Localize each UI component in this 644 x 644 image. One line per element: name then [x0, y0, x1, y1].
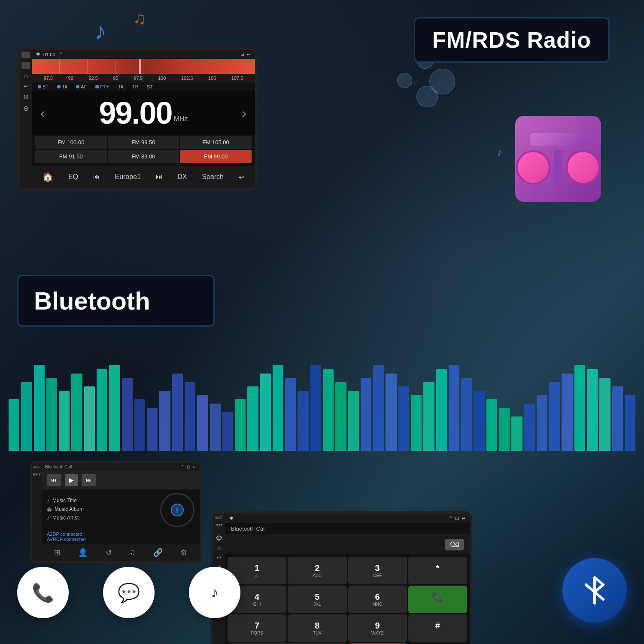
tick-8: [227, 59, 255, 74]
eq-bar-39: [486, 399, 497, 451]
eq-bar-40: [499, 408, 510, 451]
eq-btn[interactable]: EQ: [64, 170, 82, 183]
dial-2[interactable]: 2ABC: [288, 557, 346, 584]
boombox-speaker-left: [516, 150, 550, 185]
preset-fm100[interactable]: FM 100.00: [35, 136, 107, 149]
eq-bar-22: [273, 365, 283, 451]
preset-fm99-50[interactable]: FM 99.50: [108, 136, 179, 149]
phone-mic-icon: MIC: [216, 516, 223, 520]
europe1-btn[interactable]: Europe1: [110, 170, 145, 183]
bt-nav-link[interactable]: 🔗: [153, 548, 163, 557]
preset-fm99-active[interactable]: FM 99.00: [180, 150, 252, 163]
dial-3[interactable]: 3DEF: [348, 557, 407, 584]
freq-value-container: 99.00MHz: [99, 95, 188, 131]
bluetooth-badge: Bluetooth: [17, 275, 215, 327]
eq-bar-44: [549, 382, 560, 451]
dial-8[interactable]: 8TUV: [288, 614, 346, 642]
bluetooth-circle-icon[interactable]: [562, 558, 627, 623]
bt-nav-music[interactable]: ♫: [130, 548, 136, 557]
bt-nav-recent[interactable]: ↺: [106, 548, 112, 557]
bt-disc-visual: ᛒ: [160, 493, 194, 527]
freq-95: 95: [113, 76, 118, 81]
af-text: AF: [81, 84, 87, 89]
fm-badge-text: FM/RDS Radio: [432, 27, 591, 52]
eq-bar-26: [323, 369, 334, 451]
bt-next-btn[interactable]: ⏭: [82, 474, 96, 486]
status-bt-icon: ✱: [36, 52, 40, 57]
scale-ticks: [32, 59, 255, 74]
bt-status-icons: ⌃ ⊡ ↩: [181, 465, 196, 469]
dialpad-keypad: 1○.. 2ABC 3DEF * 4GHI 5JKL 6MNO 📞 7PQRS …: [225, 554, 470, 644]
back-btn[interactable]: ↩: [234, 170, 249, 184]
phone-home-icon[interactable]: ⌂: [217, 544, 221, 551]
freq-87: 87.5: [44, 76, 53, 81]
bt-album-name: Music Album: [55, 506, 84, 512]
preset-fm91[interactable]: FM 91.50: [35, 150, 107, 163]
tick-2: [60, 59, 88, 74]
tick-7: [199, 59, 227, 74]
eq-bar-9: [109, 365, 120, 451]
bt-person-icon: ♪: [47, 514, 50, 521]
bt-nav-contacts[interactable]: 👤: [78, 548, 88, 557]
status-window-icon: ⊡: [240, 52, 244, 57]
dial-9[interactable]: 9WXYZ: [348, 614, 407, 642]
bt-bluetooth-symbol: ᛒ: [176, 507, 179, 513]
eq-bar-48: [599, 378, 610, 451]
eq-bar-49: [612, 386, 623, 451]
bt-prev-btn[interactable]: ⏮: [47, 474, 61, 486]
dial-6[interactable]: 6MNO: [348, 586, 407, 613]
minus-side-icon[interactable]: ⊖: [23, 104, 29, 112]
back-side-icon[interactable]: ↩: [24, 83, 28, 89]
add-side-icon[interactable]: ⊕: [23, 93, 29, 101]
fm-radio-screen: ⌂ ↩ ⊕ ⊖ ✱ 01:00 ⌃ ⊡ ↩: [17, 47, 258, 191]
boombox-speaker-right: [566, 150, 600, 185]
bluetooth-svg: [577, 573, 612, 608]
phone-power-icon[interactable]: ⏻: [216, 534, 222, 541]
scale-cursor: [139, 59, 141, 74]
bt-play-btn[interactable]: ▶: [65, 474, 78, 486]
freq-next-btn[interactable]: ›: [242, 105, 246, 121]
phone-win-icon: ⊡: [455, 516, 459, 521]
bubble-3: [416, 86, 438, 107]
tick-6: [171, 59, 199, 74]
dial-5[interactable]: 5JKL: [288, 586, 346, 613]
eq-bar-8: [97, 369, 107, 451]
music-circle-btn[interactable]: ♪: [189, 567, 240, 618]
message-circle-btn[interactable]: 💬: [103, 567, 155, 618]
status-back-icon: ↩: [247, 52, 251, 57]
phone-back-icon[interactable]: ↩: [217, 555, 221, 561]
home-side-icon[interactable]: ⌂: [24, 72, 28, 80]
dial-hash[interactable]: #: [408, 614, 467, 642]
preset-fm89[interactable]: FM 89.00: [108, 150, 179, 163]
dial-star[interactable]: *: [408, 557, 467, 584]
phone-circle-btn[interactable]: 📞: [17, 567, 69, 618]
bt-title: Bluetooth Call: [45, 465, 72, 469]
bt-bottom-navigation: ⊞ 👤 ↺ ♫ 🔗 ⚙: [42, 544, 200, 561]
phone-dialpad-screen: MIC RST ⏻ ⌂ ↩ ⊕ ⊖ ✱ ⌃ ⊡ ↩ Bluetooth Call…: [210, 511, 472, 644]
search-btn[interactable]: Search: [197, 170, 228, 183]
eq-bar-29: [361, 378, 371, 451]
fm-rds-badge: FM/RDS Radio: [414, 17, 610, 63]
bt-nav-settings[interactable]: ⚙: [180, 548, 187, 557]
call-answer-btn[interactable]: 📞: [408, 586, 467, 613]
preset-fm105[interactable]: FM 105.00: [180, 136, 252, 149]
bt-metadata: ♪ Music Title ◉ Music Album ♪ Music Arti…: [47, 497, 156, 523]
bt-playback-controls: ⏮ ▶ ⏭: [42, 471, 200, 489]
prev-btn[interactable]: ⏮: [89, 170, 104, 183]
dial-7[interactable]: 7PQRS: [228, 614, 286, 642]
label-af: AF: [76, 84, 87, 89]
phone-status-bar: ✱ ⌃ ⊡ ↩: [225, 514, 470, 523]
eq-bar-34: [423, 382, 434, 451]
bt-nav-apps[interactable]: ⊞: [54, 548, 61, 557]
home-btn[interactable]: 🏠: [38, 169, 58, 185]
backspace-btn[interactable]: ⌫: [445, 539, 464, 550]
dx-btn[interactable]: DX: [173, 170, 191, 183]
bt-status-bar: Bluetooth Call ⌃ ⊡ ↩: [42, 463, 200, 471]
eq-bar-41: [511, 416, 522, 451]
next-btn[interactable]: ⏭: [152, 170, 167, 183]
freq-prev-btn[interactable]: ‹: [40, 105, 45, 121]
eq-bar-21: [260, 374, 271, 451]
fm-screen-content: ✱ 01:00 ⌃ ⊡ ↩ 87: [32, 50, 255, 188]
eq-bar-46: [574, 365, 585, 451]
music-note-1: ♪: [94, 17, 106, 45]
